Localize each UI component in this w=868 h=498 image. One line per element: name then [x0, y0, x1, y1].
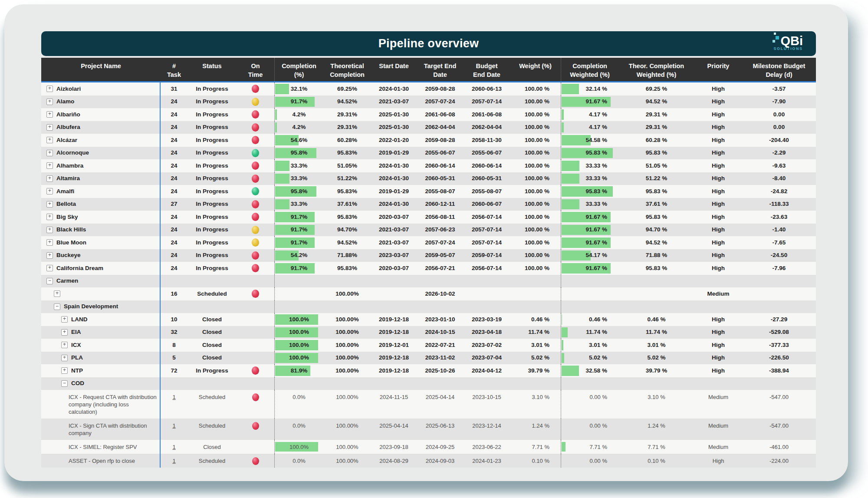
- column-header-priority[interactable]: Priority: [694, 58, 742, 81]
- table-row: +Alcornoque24In Progress95.8%95.83%2019-…: [41, 147, 816, 160]
- cell-start-date: 2020-03-07: [371, 262, 417, 275]
- cell-project-name: +Albariño: [41, 108, 161, 121]
- expand-icon[interactable]: +: [61, 329, 68, 336]
- expand-icon[interactable]: +: [54, 290, 60, 297]
- project-name-label: Alhambra: [56, 162, 86, 169]
- cell-theoretical-completion: 60.28%: [323, 134, 371, 147]
- cell-on-time: [237, 390, 274, 419]
- priority-value: High: [712, 111, 725, 118]
- cell-theor-completion-weighted: 95.83 %: [618, 147, 694, 160]
- expand-icon[interactable]: +: [46, 137, 53, 143]
- column-header-completion[interactable]: Completion(%): [274, 58, 323, 81]
- priority-value: High: [713, 457, 724, 465]
- priority-value: High: [712, 252, 725, 259]
- completion-weighted-value: 91.67 %: [585, 98, 607, 105]
- cell-budget-end-date: 2056-07-14: [464, 211, 510, 224]
- start-date-value: 2024-01-30: [379, 86, 409, 92]
- theor-completion-weighted-value: 95.83 %: [646, 188, 667, 195]
- cell-priority: High: [694, 96, 742, 109]
- budget-end-date-value: 2056-07-14: [472, 265, 502, 272]
- expand-icon[interactable]: +: [46, 265, 53, 271]
- completion-value: 0.0%: [293, 422, 306, 429]
- cell-status: Closed: [187, 326, 237, 339]
- cell-status: Closed: [187, 352, 237, 365]
- cell-status: In Progress: [187, 364, 237, 377]
- cell-theor-completion-weighted: 94.52 %: [618, 96, 694, 109]
- expand-icon[interactable]: +: [61, 316, 68, 323]
- cell-completion-weighted: 54.58 %: [561, 134, 618, 147]
- budget-end-date-value: 2060-06-14: [472, 162, 502, 169]
- weight-value: 100.00 %: [525, 86, 549, 92]
- cell-completion: 91.7%: [274, 211, 323, 224]
- budget-end-date-value: 2061-06-08: [472, 111, 502, 118]
- expand-icon[interactable]: +: [46, 99, 53, 105]
- column-header-start-date[interactable]: Start Date: [371, 58, 417, 81]
- cell-target-end-date: 2059-05-07: [417, 249, 464, 262]
- cell-task-count: [161, 300, 187, 313]
- collapse-icon[interactable]: −: [46, 278, 53, 284]
- cell-completion: 91.7%: [274, 262, 323, 275]
- column-header-project-name[interactable]: Project Name: [41, 58, 161, 81]
- expand-icon[interactable]: +: [46, 124, 53, 131]
- column-header-target-end-date[interactable]: Target EndDate: [417, 58, 464, 81]
- status-value: In Progress: [196, 214, 228, 221]
- table-row: ICX - Request CTA with distribution comp…: [41, 390, 816, 419]
- expand-icon[interactable]: +: [61, 367, 68, 374]
- expand-icon[interactable]: +: [46, 111, 53, 118]
- expand-icon[interactable]: +: [46, 201, 53, 208]
- task-count-value: 24: [171, 214, 177, 221]
- expand-icon[interactable]: +: [46, 252, 53, 259]
- target-end-date-value: 2055-08-07: [425, 188, 455, 195]
- completion-data-bar: [275, 109, 277, 120]
- column-header-theoretical-completion[interactable]: TheoreticalCompletion: [323, 58, 371, 81]
- expand-icon[interactable]: +: [46, 214, 53, 220]
- expand-icon[interactable]: +: [61, 355, 68, 361]
- cell-theor-completion-weighted: [618, 287, 694, 300]
- expand-icon[interactable]: +: [46, 227, 53, 233]
- column-header-on-time[interactable]: OnTime: [237, 58, 274, 81]
- column-header-line1: Theoretical: [330, 62, 364, 70]
- column-header-task-count[interactable]: #Task: [161, 58, 187, 81]
- weight-value: 3.10 %: [532, 393, 549, 401]
- cell-target-end-date: 2025-04-14: [417, 390, 464, 419]
- project-name-label: COD: [71, 380, 87, 387]
- target-end-date-value: 2024-09-25: [426, 443, 455, 451]
- target-end-date-value: 2023-01-10: [425, 316, 455, 323]
- expand-icon[interactable]: +: [46, 175, 53, 182]
- task-count-link[interactable]: 1: [172, 457, 175, 465]
- milestone-budget-delay-value: -388.94: [769, 367, 789, 374]
- weight-value: 11.74 %: [528, 329, 549, 336]
- start-date-value: 2019-01-29: [379, 149, 409, 156]
- task-count-link[interactable]: 1: [172, 393, 175, 401]
- status-value: In Progress: [196, 124, 228, 131]
- completion-value: 4.2%: [293, 111, 306, 118]
- column-header-budget-end-date[interactable]: BudgetEnd Date: [464, 58, 510, 81]
- column-header-milestone-budget-delay[interactable]: Milestone BudgetDelay (d): [742, 58, 816, 81]
- task-count-link[interactable]: 1: [172, 422, 175, 429]
- expand-icon[interactable]: +: [46, 239, 53, 246]
- collapse-icon[interactable]: −: [61, 380, 68, 387]
- task-count-link[interactable]: 1: [172, 443, 175, 451]
- cell-task-count: 32: [161, 326, 187, 339]
- table-row: −Carmen: [41, 275, 816, 288]
- column-header-status[interactable]: Status: [187, 58, 237, 81]
- column-header-weight[interactable]: Weight (%): [510, 58, 561, 81]
- cell-weight: 100.00 %: [510, 96, 561, 109]
- column-header-theor-completion-weighted[interactable]: Theor. CompletionWeighted (%): [618, 58, 694, 81]
- priority-value: High: [712, 367, 725, 374]
- cell-task-count: 5: [161, 352, 187, 365]
- cell-start-date: 2024-01-30: [371, 159, 417, 172]
- theor-completion-weighted-value: 94.52 %: [646, 239, 667, 246]
- completion-value: 91.7%: [291, 226, 307, 233]
- cell-weight: 3.10 %: [510, 390, 561, 419]
- weight-value: 100.00 %: [525, 239, 549, 246]
- expand-icon[interactable]: +: [46, 162, 53, 169]
- expand-icon[interactable]: +: [46, 150, 53, 156]
- collapse-icon[interactable]: −: [54, 303, 60, 310]
- expand-icon[interactable]: +: [46, 86, 53, 92]
- start-date-value: 2020-03-07: [379, 265, 409, 272]
- column-header-completion-weighted[interactable]: CompletionWeighted (%): [561, 58, 618, 81]
- cell-theor-completion-weighted: 95.83 %: [618, 211, 694, 224]
- expand-icon[interactable]: +: [46, 188, 53, 195]
- expand-icon[interactable]: +: [61, 342, 68, 348]
